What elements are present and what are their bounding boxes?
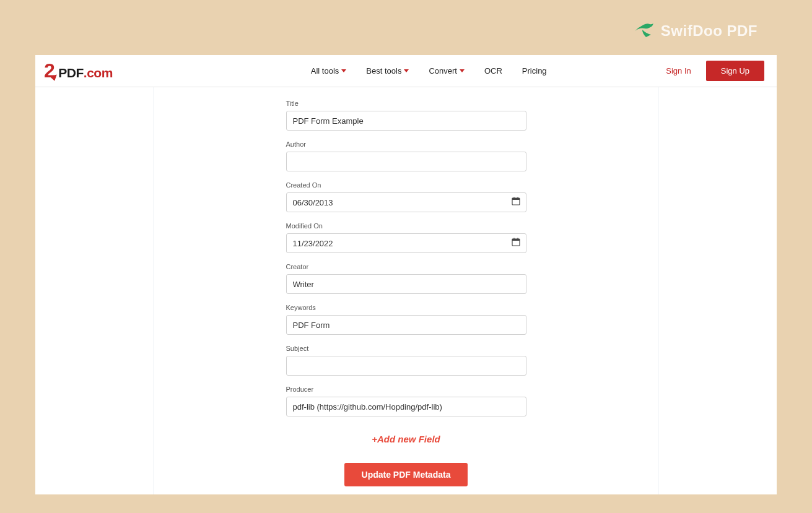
nav-ocr[interactable]: OCR — [484, 66, 502, 75]
header: 2 PDF .com All tools Best tools Convert … — [35, 55, 777, 87]
metadata-form: Title Author Created On Modified On — [154, 87, 658, 494]
subject-label: Subject — [286, 345, 526, 352]
watermark-brand: SwifDoo PDF — [661, 22, 757, 40]
keywords-input[interactable] — [286, 315, 526, 335]
nav-label: OCR — [484, 66, 502, 75]
title-label: Title — [286, 100, 526, 107]
right-gutter — [659, 87, 777, 494]
body-area: Title Author Created On Modified On — [35, 87, 777, 494]
chevron-down-icon — [341, 69, 346, 72]
field-modified-on: Modified On — [286, 222, 526, 253]
watermark: SwifDoo PDF — [634, 21, 757, 41]
creator-label: Creator — [286, 263, 526, 270]
main-nav: All tools Best tools Convert OCR Pricing — [311, 66, 547, 75]
modified-on-input[interactable] — [286, 233, 526, 253]
field-creator: Creator — [286, 263, 526, 294]
nav-all-tools[interactable]: All tools — [311, 66, 347, 75]
chevron-down-icon — [460, 69, 465, 72]
add-new-field-link[interactable]: +Add new Field — [286, 434, 526, 444]
created-on-input[interactable] — [286, 192, 526, 212]
sign-up-button[interactable]: Sign Up — [706, 61, 764, 81]
field-keywords: Keywords — [286, 304, 526, 335]
app-window: 2 PDF .com All tools Best tools Convert … — [35, 55, 777, 494]
logo-pdf: PDF — [58, 66, 84, 80]
field-producer: Producer — [286, 386, 526, 416]
down-arrow-icon — [50, 74, 58, 82]
update-metadata-button[interactable]: Update PDF Metadata — [344, 463, 468, 486]
bird-icon — [634, 21, 655, 41]
subject-input[interactable] — [286, 356, 526, 376]
producer-input[interactable] — [286, 397, 526, 416]
header-actions: Sign In Sign Up — [666, 61, 764, 81]
left-gutter — [35, 87, 153, 494]
title-input[interactable] — [286, 111, 526, 131]
field-title: Title — [286, 100, 526, 131]
site-logo[interactable]: 2 PDF .com — [44, 59, 113, 82]
chevron-down-icon — [404, 69, 409, 72]
logo-com: .com — [84, 66, 113, 80]
created-on-label: Created On — [286, 181, 526, 189]
nav-best-tools[interactable]: Best tools — [366, 66, 409, 75]
sign-in-link[interactable]: Sign In — [666, 66, 691, 75]
field-created-on: Created On — [286, 181, 526, 212]
nav-convert[interactable]: Convert — [429, 66, 465, 75]
nav-label: All tools — [311, 66, 339, 75]
field-subject: Subject — [286, 345, 526, 376]
author-label: Author — [286, 140, 526, 148]
creator-input[interactable] — [286, 274, 526, 294]
nav-label: Best tools — [366, 66, 401, 75]
nav-label: Pricing — [522, 66, 547, 75]
author-input[interactable] — [286, 152, 526, 171]
modified-on-label: Modified On — [286, 222, 526, 230]
nav-pricing[interactable]: Pricing — [522, 66, 547, 75]
keywords-label: Keywords — [286, 304, 526, 311]
field-author: Author — [286, 140, 526, 171]
nav-label: Convert — [429, 66, 457, 75]
producer-label: Producer — [286, 386, 526, 393]
